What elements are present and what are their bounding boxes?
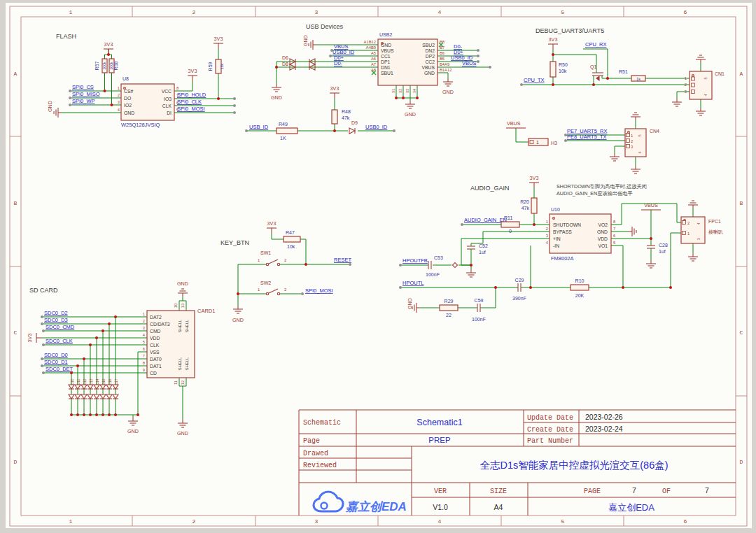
net-label[interactable]: D0- bbox=[334, 60, 343, 66]
resistor-r29[interactable] bbox=[440, 305, 458, 311]
ref-label[interactable]: D9 bbox=[351, 120, 358, 125]
ref-label[interactable]: USB2 bbox=[379, 32, 392, 37]
ref-label[interactable]: R10 bbox=[575, 278, 584, 283]
value-label[interactable]: 1uf bbox=[479, 250, 486, 255]
ref-label[interactable]: SW1 bbox=[260, 250, 271, 255]
ref-label[interactable]: FPC1 bbox=[708, 219, 721, 224]
value-label[interactable]: 10k bbox=[220, 63, 224, 69]
ref-label[interactable]: D11 bbox=[76, 378, 80, 385]
value-label[interactable]: 47k bbox=[342, 115, 350, 120]
value-label[interactable]: 1K bbox=[280, 136, 286, 141]
ref-label[interactable]: SW2 bbox=[260, 280, 271, 285]
resistor-r48[interactable] bbox=[332, 110, 337, 124]
value-label[interactable]: 390nF bbox=[512, 296, 526, 301]
value-label[interactable]: 1k bbox=[636, 77, 640, 81]
pin-number: 1 bbox=[536, 140, 539, 145]
tb-schematic-value[interactable]: Schematic1 bbox=[416, 418, 462, 427]
ref-label[interactable]: R49 bbox=[279, 122, 288, 127]
resistor-r10[interactable] bbox=[570, 285, 589, 290]
resistor-r49[interactable] bbox=[276, 128, 298, 134]
ref-label[interactable]: C29 bbox=[515, 278, 524, 283]
value-label[interactable]: 100nF bbox=[426, 272, 440, 277]
pin-number: S3 bbox=[405, 89, 410, 93]
net-label[interactable]: SPI0_MOSI bbox=[305, 287, 333, 294]
net-label[interactable]: VBUS bbox=[462, 60, 476, 66]
part-name[interactable]: FM8002A bbox=[551, 255, 574, 262]
net-label[interactable]: SPI0_MISO bbox=[72, 91, 100, 97]
net-label[interactable]: USB0_ID bbox=[365, 124, 388, 130]
net-label[interactable]: RESET bbox=[334, 257, 351, 263]
resistor-r11[interactable] bbox=[501, 222, 519, 227]
ref-label[interactable]: D12 bbox=[83, 378, 87, 385]
net-label[interactable]: SDC0_CLK bbox=[46, 338, 73, 344]
ref-label[interactable]: D13 bbox=[89, 378, 93, 385]
ref-label[interactable]: D8 bbox=[282, 62, 288, 66]
ref-label[interactable]: Q1 bbox=[590, 64, 596, 70]
ref-label[interactable]: C28 bbox=[659, 243, 668, 248]
value-label[interactable]: 100nF bbox=[472, 317, 486, 322]
net-label[interactable]: SDC0_CMD bbox=[46, 324, 75, 330]
net-label[interactable]: SDC0_D0 bbox=[44, 352, 68, 358]
net-label[interactable]: CPU_TX bbox=[524, 77, 545, 83]
ref-label[interactable]: R29 bbox=[444, 299, 454, 304]
ref-label[interactable]: R48 bbox=[342, 109, 351, 114]
net-label[interactable]: SDC0_D2 bbox=[44, 310, 68, 316]
net-label[interactable]: SPI0_CLK bbox=[177, 99, 202, 105]
net-label[interactable]: SDC0_D3 bbox=[44, 317, 68, 323]
tb-create-value[interactable]: 2023-02-24 bbox=[585, 425, 623, 433]
resistor-r20[interactable] bbox=[531, 198, 537, 213]
value-label[interactable]: 20K bbox=[575, 293, 584, 298]
net-label[interactable]: SPI0_HOLD bbox=[177, 92, 206, 98]
net-label[interactable]: SDC0_DET bbox=[46, 366, 74, 372]
tb-page-value[interactable]: PREP bbox=[428, 436, 451, 444]
ref-label[interactable]: CARD1 bbox=[197, 308, 215, 314]
ref-label[interactable]: R47 bbox=[286, 230, 295, 235]
ref-label[interactable]: R51 bbox=[619, 69, 628, 74]
net-label[interactable]: CPU_RX bbox=[585, 41, 606, 48]
value-label[interactable]: 10k bbox=[287, 244, 295, 249]
schematic-svg[interactable]: 1 2 3 4 5 6 1 2 3 4 5 6 A B C D A B C D … bbox=[0, 0, 756, 533]
net-label[interactable]: USB_ID bbox=[249, 124, 269, 130]
tb-title[interactable]: 全志D1s智能家居中控虚拟光渲交互(86盒) bbox=[479, 460, 668, 471]
ref-label[interactable]: C52 bbox=[479, 243, 488, 248]
value-label[interactable]: 1uf bbox=[659, 249, 666, 254]
ref-label[interactable]: C59 bbox=[475, 298, 484, 303]
ref-label[interactable]: D15 bbox=[102, 378, 106, 385]
ref-label[interactable]: H3 bbox=[551, 141, 557, 145]
value-label[interactable]: 100k bbox=[102, 62, 106, 69]
value-label[interactable]: 100k bbox=[109, 62, 113, 69]
ref-label[interactable]: R57 bbox=[94, 61, 99, 70]
ref-label[interactable]: C53 bbox=[434, 255, 443, 260]
net-label[interactable]: PE8_UART5_TX bbox=[567, 134, 607, 140]
resistor-r47[interactable] bbox=[284, 236, 300, 242]
net-label[interactable]: SPI0_MOSI bbox=[177, 106, 205, 112]
ref-label[interactable]: D6 bbox=[282, 55, 288, 60]
ref-label[interactable]: CN1 bbox=[715, 71, 724, 76]
net-label[interactable]: AUDIO_GAIN_EN bbox=[464, 217, 507, 223]
net-label[interactable]: SPI0_WP bbox=[72, 98, 95, 104]
ref-label[interactable]: R20 bbox=[520, 199, 529, 204]
resistor-r50[interactable] bbox=[550, 62, 556, 77]
ref-label[interactable]: D16 bbox=[108, 378, 112, 385]
ref-label[interactable]: R58 bbox=[113, 61, 118, 70]
ref-label[interactable]: D10 bbox=[70, 378, 74, 385]
net-label[interactable]: HPOUTFB bbox=[402, 257, 428, 264]
tb-update-value[interactable]: 2023-02-26 bbox=[585, 413, 623, 421]
part-name[interactable]: W25Q128JVSIQ bbox=[121, 122, 160, 128]
value-label[interactable]: 0 bbox=[509, 229, 512, 234]
ref-label[interactable]: U8 bbox=[122, 76, 129, 81]
schematic-canvas[interactable]: 1 2 3 4 5 6 1 2 3 4 5 6 A B C D A B C D … bbox=[0, 0, 756, 533]
ref-label[interactable]: U10 bbox=[551, 207, 560, 212]
ref-label[interactable]: R11 bbox=[504, 215, 512, 220]
net-label[interactable]: HPOUTL bbox=[402, 280, 424, 286]
net-label[interactable]: SPI0_CS bbox=[72, 84, 94, 90]
ref-label[interactable]: D14 bbox=[95, 378, 99, 385]
value-label[interactable]: 47k bbox=[522, 206, 530, 211]
value-label[interactable]: 22 bbox=[446, 313, 451, 318]
ref-label[interactable]: CN4 bbox=[650, 129, 659, 134]
ref-label[interactable]: D17 bbox=[114, 378, 118, 385]
ref-label[interactable]: R50 bbox=[559, 62, 568, 67]
ref-label[interactable]: R59 bbox=[208, 62, 213, 71]
value-label[interactable]: 10k bbox=[559, 69, 567, 73]
net-label[interactable]: SDC0_D1 bbox=[44, 359, 68, 365]
